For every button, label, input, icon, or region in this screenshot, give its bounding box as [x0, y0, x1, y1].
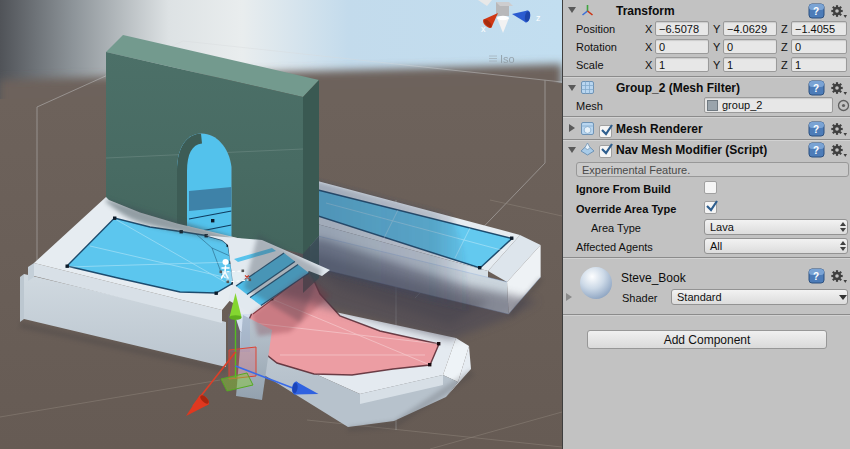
- svg-text:z: z: [536, 13, 541, 23]
- svg-text:?: ?: [813, 271, 819, 282]
- svg-text:?: ?: [813, 6, 819, 17]
- svg-text:?: ?: [813, 83, 819, 94]
- svg-text:?: ?: [813, 145, 819, 156]
- svg-text:x: x: [481, 24, 486, 34]
- svg-text:?: ?: [813, 124, 819, 135]
- svg-text:Iso: Iso: [500, 53, 515, 65]
